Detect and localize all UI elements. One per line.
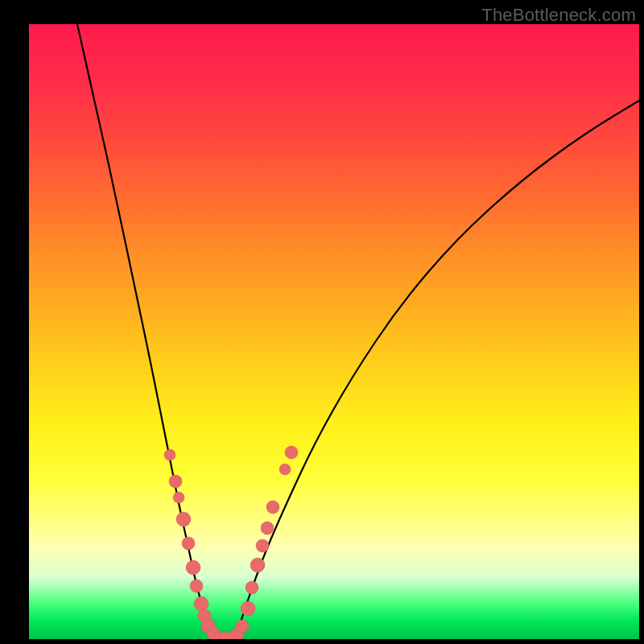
watermark-text: TheBottleneck.com [481, 5, 636, 26]
curve-left [77, 24, 218, 639]
curve-right [235, 101, 639, 639]
scatter-dot [236, 620, 249, 633]
scatter-dot [182, 537, 195, 550]
scatter-dot [250, 558, 265, 572]
scatter-dots [164, 446, 298, 639]
scatter-dot [190, 580, 203, 592]
scatter-dot [176, 512, 191, 526]
scatter-dot [169, 475, 182, 488]
scatter-dot [266, 501, 279, 514]
scatter-dot [241, 601, 255, 616]
scatter-dot [256, 539, 269, 552]
plot-area [29, 24, 639, 639]
scatter-dot [279, 464, 291, 475]
scatter-dot [285, 446, 298, 459]
chart-svg [29, 24, 639, 639]
scatter-dot [186, 560, 200, 575]
scatter-dot [194, 597, 208, 611]
scatter-dot [164, 449, 175, 460]
scatter-dot [173, 492, 184, 503]
outer-frame: TheBottleneck.com [0, 0, 644, 644]
scatter-dot [261, 522, 274, 535]
scatter-dot [246, 581, 258, 594]
